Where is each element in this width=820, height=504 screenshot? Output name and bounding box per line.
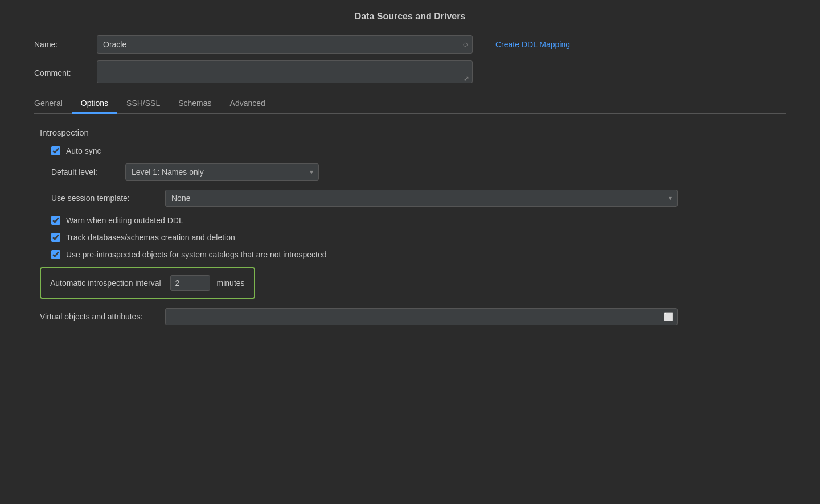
warn-ddl-row: Warn when editing outdated DDL xyxy=(40,216,780,225)
session-template-label: Use session template: xyxy=(51,194,165,203)
session-template-select[interactable]: None xyxy=(165,190,678,207)
interval-input[interactable] xyxy=(170,275,210,291)
auto-sync-label: Auto sync xyxy=(66,146,101,155)
use-pre-checkbox[interactable] xyxy=(51,250,60,259)
tab-options[interactable]: Options xyxy=(72,94,117,114)
track-db-checkbox[interactable] xyxy=(51,233,60,242)
default-level-select[interactable]: Level 1: Names only Level 2: Full Level … xyxy=(125,163,319,181)
comment-label: Comment: xyxy=(34,68,85,77)
introspection-section-title: Introspection xyxy=(40,128,780,137)
create-ddl-link[interactable]: Create DDL Mapping xyxy=(495,40,570,49)
session-template-row: Use session template: None ▾ xyxy=(40,190,780,207)
default-level-row: Default level: Level 1: Names only Level… xyxy=(40,163,780,181)
expand-icon: ⤢ xyxy=(464,75,469,83)
folder-icon: ⬜ xyxy=(663,312,673,321)
warn-ddl-checkbox[interactable] xyxy=(51,216,60,225)
name-label: Name: xyxy=(34,40,85,49)
interval-row: Automatic introspection interval minutes xyxy=(40,267,255,299)
tab-general[interactable]: General xyxy=(34,94,72,114)
virtual-objects-input[interactable] xyxy=(165,308,678,325)
dialog-title: Data Sources and Drivers xyxy=(34,11,786,22)
track-db-row: Track databases/schemas creation and del… xyxy=(40,233,780,242)
auto-sync-row: Auto sync xyxy=(40,146,780,155)
name-input[interactable] xyxy=(97,35,473,54)
default-level-label: Default level: xyxy=(51,167,125,177)
tab-schemas[interactable]: Schemas xyxy=(169,94,220,114)
tabs-bar: General Options SSH/SSL Schemas Advanced xyxy=(34,94,786,114)
clear-icon: ○ xyxy=(462,39,468,50)
use-pre-label: Use pre-introspected objects for system … xyxy=(66,250,327,259)
virtual-objects-label: Virtual objects and attributes: xyxy=(40,312,165,321)
virtual-objects-row: Virtual objects and attributes: ⬜ xyxy=(40,308,780,325)
tab-ssh-ssl[interactable]: SSH/SSL xyxy=(117,94,169,114)
auto-sync-checkbox[interactable] xyxy=(51,146,60,155)
interval-unit: minutes xyxy=(217,278,245,288)
comment-input[interactable] xyxy=(97,60,473,83)
interval-label: Automatic introspection interval xyxy=(50,278,161,288)
tab-advanced[interactable]: Advanced xyxy=(221,94,274,114)
warn-ddl-label: Warn when editing outdated DDL xyxy=(66,216,183,225)
track-db-label: Track databases/schemas creation and del… xyxy=(66,233,235,242)
use-pre-row: Use pre-introspected objects for system … xyxy=(40,250,780,259)
